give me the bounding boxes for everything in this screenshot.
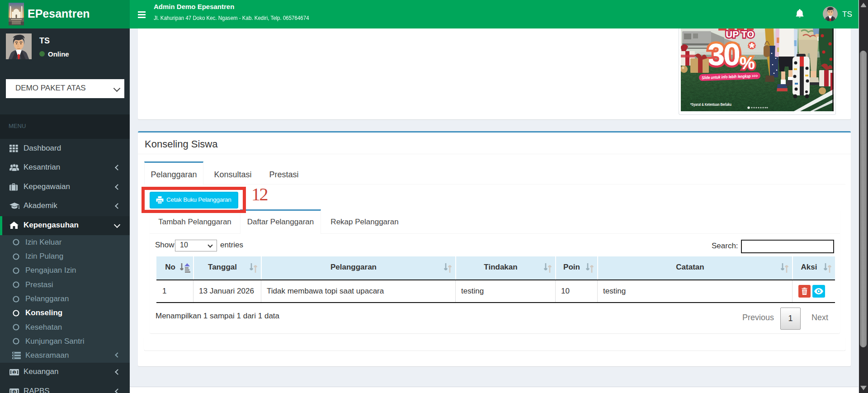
- svg-text:30: 30: [708, 37, 740, 71]
- svg-text:%: %: [740, 54, 755, 73]
- svg-text:*: *: [749, 40, 755, 55]
- svg-text:1: 1: [13, 370, 15, 374]
- svg-text:1: 1: [13, 390, 15, 393]
- svg-text:*Syarat & Ketentuan Berlaku: *Syarat & Ketentuan Berlaku: [690, 102, 731, 107]
